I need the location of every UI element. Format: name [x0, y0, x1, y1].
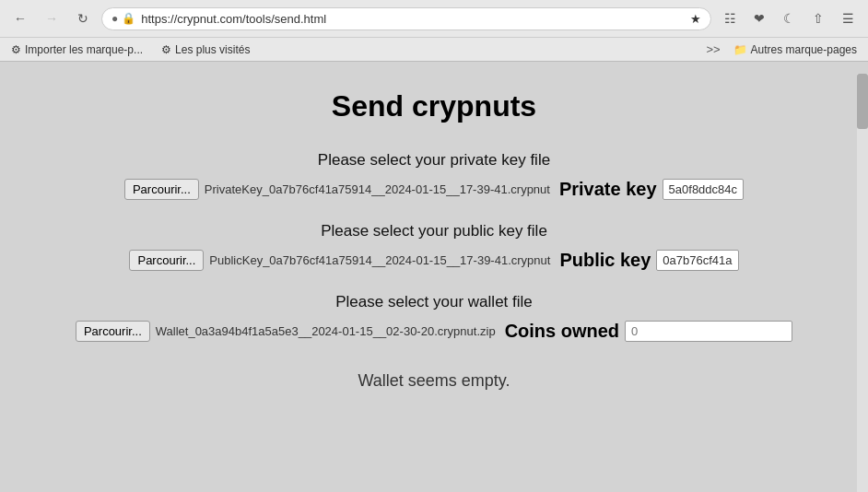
wallet-filename: Wallet_0a3a94b4f1a5a5e3__2024-01-15__02-…: [156, 324, 496, 338]
wallet-browse-button[interactable]: Parcourir...: [76, 321, 150, 342]
forward-button[interactable]: →: [39, 6, 65, 31]
pocket-button[interactable]: ❤: [746, 6, 772, 31]
scrollbar-thumb[interactable]: [857, 74, 868, 129]
toolbar-right: ☷ ❤ ☾ ⇧ ☰: [717, 6, 861, 31]
public-key-label: Public key: [559, 250, 651, 271]
private-key-browse-button[interactable]: Parcourir...: [124, 179, 199, 200]
page-content: Send crypnuts Please select your private…: [0, 62, 868, 486]
public-key-row: Parcourir... PublicKey_0a7b76cf41a75914_…: [129, 250, 738, 271]
dark-mode-button[interactable]: ☾: [776, 6, 802, 31]
gear-icon-2: ⚙: [161, 43, 171, 56]
wallet-section: Please select your wallet file Parcourir…: [38, 293, 830, 342]
page-title: Send crypnuts: [332, 89, 536, 123]
private-key-section: Please select your private key file Parc…: [38, 151, 830, 200]
shield-icon: ●: [111, 12, 118, 25]
public-key-browse-button[interactable]: Parcourir...: [129, 250, 204, 271]
public-key-filename: PublicKey_0a7b76cf41a75914__2024-01-15__…: [209, 253, 550, 267]
url-text: https://crypnut.com/tools/send.html: [141, 12, 685, 26]
public-key-heading: Please select your public key file: [321, 222, 547, 240]
wallet-row: Parcourir... Wallet_0a3a94b4f1a5a5e3__20…: [76, 321, 792, 342]
private-key-label: Private key: [559, 179, 657, 200]
public-key-value: 0a7b76cf41a: [656, 250, 738, 271]
share-button[interactable]: ⇧: [805, 6, 831, 31]
gear-icon: ⚙: [11, 43, 21, 56]
menu-button[interactable]: ☰: [835, 6, 861, 31]
browser-toolbar: ← → ↻ ● 🔒 https://crypnut.com/tools/send…: [0, 0, 868, 37]
folder-icon: 📁: [733, 43, 747, 56]
lock-icon: 🔒: [122, 12, 135, 25]
wallet-status: Wallet seems empty.: [358, 371, 510, 391]
bookmark-most-visited-label: Les plus visités: [175, 43, 250, 56]
reader-view-button[interactable]: ☷: [717, 6, 743, 31]
bookmarks-bar: ⚙ Importer les marque-p... ⚙ Les plus vi…: [0, 37, 868, 61]
bookmark-most-visited[interactable]: ⚙ Les plus visités: [158, 41, 253, 58]
bookmarks-right: >> 📁 Autres marque-pages: [702, 41, 861, 58]
bookmarks-overflow-button[interactable]: >>: [702, 41, 723, 58]
bookmark-import[interactable]: ⚙ Importer les marque-p...: [7, 41, 147, 58]
wallet-heading: Please select your wallet file: [335, 293, 533, 311]
bookmark-star-icon[interactable]: ★: [690, 12, 701, 26]
private-key-heading: Please select your private key file: [318, 151, 550, 170]
other-bookmarks-label: Autres marque-pages: [751, 43, 857, 56]
coins-owned-label: Coins owned: [505, 321, 619, 342]
address-bar-icons: ● 🔒: [111, 12, 135, 25]
back-button[interactable]: ←: [7, 6, 33, 31]
coins-input[interactable]: [625, 321, 792, 342]
bookmark-import-label: Importer les marque-p...: [25, 43, 143, 56]
address-bar[interactable]: ● 🔒 https://crypnut.com/tools/send.html …: [101, 7, 711, 30]
other-bookmarks[interactable]: 📁 Autres marque-pages: [730, 41, 861, 58]
private-key-row: Parcourir... PrivateKey_0a7b76cf41a75914…: [124, 179, 744, 200]
private-key-value: 5a0f8ddc84c: [663, 179, 744, 200]
scrollbar[interactable]: [857, 74, 868, 492]
public-key-section: Please select your public key file Parco…: [38, 222, 830, 271]
private-key-filename: PrivateKey_0a7b76cf41a75914__2024-01-15_…: [205, 182, 550, 196]
reload-button[interactable]: ↻: [70, 6, 96, 31]
browser-chrome: ← → ↻ ● 🔒 https://crypnut.com/tools/send…: [0, 0, 868, 62]
